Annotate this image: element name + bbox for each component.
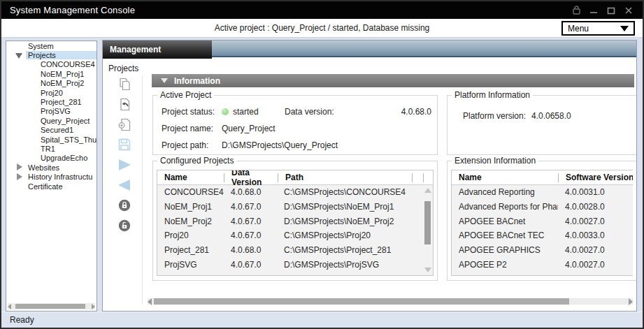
table-vertical-scrollbar[interactable] — [424, 187, 431, 274]
lock-project-button[interactable] — [115, 198, 134, 212]
scroll-left-icon[interactable] — [8, 304, 11, 309]
expander-collapsed-icon[interactable] — [15, 173, 23, 181]
table-row[interactable]: NoEM_Proj14.0.67.0D:\GMSProjects\NoEM_Pr… — [157, 200, 433, 214]
table-header: Name Data Version Path — [157, 170, 433, 185]
start-icon — [117, 159, 131, 171]
table-row[interactable]: CONCOURSE44.0.68.0C:\GMSProjects\CONCOUR… — [157, 185, 433, 200]
tree-item-project-281[interactable]: Project_281 — [6, 97, 96, 106]
platform-version-label: Platform version: — [463, 111, 531, 121]
platform-information-group: Platform Information Platform version: 4… — [447, 95, 636, 155]
active-project-group: Active Project Project status: started D… — [152, 95, 438, 155]
table-row[interactable]: Project_2814.0.68.0C:\GMSProjects\Projec… — [157, 243, 433, 258]
copy-project-button[interactable] — [115, 77, 134, 91]
tree-item-projects[interactable]: Projects — [6, 50, 96, 59]
expander-expanded-icon[interactable] — [15, 52, 23, 59]
content-horizontal-scrollbar[interactable] — [148, 298, 633, 305]
column-header-name[interactable]: Name — [157, 173, 224, 182]
tree-item-secured1[interactable]: Secured1 — [6, 126, 96, 135]
menu-button[interactable]: Menu — [561, 21, 635, 36]
column-header-path[interactable]: Path — [278, 173, 412, 182]
table-row[interactable]: Advanced Reporting4.0.0031.0 — [452, 185, 633, 200]
restore-icon — [118, 98, 131, 111]
active-project-banner: Active project : Query_Project / started… — [1, 19, 643, 38]
maximize-button[interactable] — [606, 6, 617, 15]
tree-item-websites[interactable]: Websites — [6, 163, 96, 172]
tree-item-system[interactable]: System — [6, 41, 96, 50]
unlock-project-button[interactable] — [115, 219, 134, 233]
configured-projects-table: Name Data Version Path CONCOURSE44.0.68.… — [157, 170, 434, 276]
cell-path: D:\GMSProjects\NoEM_Proj1 — [277, 202, 433, 212]
tree-item-query-project[interactable]: Query_Project — [6, 116, 96, 125]
project-toolbar — [110, 77, 139, 233]
scroll-right-icon[interactable] — [629, 298, 633, 305]
cell-name: APOGEE P2 — [452, 260, 558, 270]
table-row[interactable]: APOGEE GRAPHICS4.0.0027.0 — [452, 243, 633, 258]
tree-item-noem-proj2[interactable]: NoEM_Proj2 — [6, 79, 96, 88]
tree-item-upgradeecho[interactable]: UpgradeEcho — [6, 154, 96, 163]
add-project-icon — [118, 118, 131, 131]
lock-icon — [118, 199, 131, 212]
column-header-name[interactable]: Name — [452, 173, 558, 182]
scroll-down-icon[interactable] — [424, 268, 431, 272]
project-path-value: D:\GMSProjects\Query_Project — [222, 140, 338, 150]
group-title: Platform Information — [452, 90, 533, 100]
add-project-button[interactable] — [115, 117, 134, 131]
cell-data-version: 4.0.67.0 — [224, 202, 277, 212]
cell-software-version: 4.0.0033.0 — [558, 231, 633, 240]
cell-name: APOGEE GRAPHICS — [452, 245, 558, 255]
table-row[interactable]: APOGEE BACnet4.0.0027.0 — [452, 214, 633, 228]
extension-information-group: Extension Information Name Software Vers… — [447, 161, 636, 281]
scroll-left-icon[interactable] — [148, 298, 152, 305]
copy-icon — [118, 78, 131, 91]
platform-version-value: 4.0.0658.0 — [531, 111, 571, 121]
scrollbar-thumb[interactable] — [424, 201, 431, 244]
data-version-label: Data version: — [285, 107, 389, 117]
column-header-software-version[interactable]: Software Version — [559, 173, 633, 182]
main-panel: Management Projects — [102, 40, 637, 312]
restore-project-button[interactable] — [115, 97, 134, 111]
cell-path: D:\GMSProjects\NoEM_Proj2 — [277, 217, 433, 226]
stop-project-button[interactable] — [115, 178, 134, 192]
scroll-up-icon[interactable] — [424, 188, 431, 193]
project-name-label: Project name: — [162, 124, 222, 133]
expander-collapsed-icon[interactable] — [15, 163, 23, 171]
cell-data-version: 4.0.68.0 — [224, 245, 277, 255]
tree-item-projsvg[interactable]: ProjSVG — [6, 107, 96, 116]
start-project-button[interactable] — [115, 158, 134, 172]
group-title: Configured Projects — [157, 156, 236, 166]
toolbar-separator — [142, 75, 143, 304]
menu-button-label: Menu — [568, 24, 589, 34]
tree-item-noem-proj1[interactable]: NoEM_Proj1 — [6, 69, 96, 78]
tree-item-concourse4[interactable]: CONCOURSE4 — [6, 60, 96, 69]
tree-horizontal-scrollbar[interactable] — [8, 303, 95, 309]
breadcrumb: Projects — [108, 64, 138, 73]
project-status-value: started — [233, 107, 259, 117]
window-title: System Management Console — [1, 5, 135, 15]
tree-item-proj20[interactable]: Proj20 — [6, 88, 96, 97]
table-row[interactable]: APOGEE P24.0.0027.0 — [452, 257, 633, 272]
tree-item-certificate[interactable]: Certificate — [6, 182, 96, 191]
project-status-label: Project status: — [162, 107, 222, 117]
minimize-button[interactable] — [588, 6, 599, 15]
cell-software-version: 4.0.0027.0 — [558, 217, 633, 226]
table-header: Name Software Version — [452, 170, 633, 185]
save-button[interactable] — [115, 138, 134, 152]
close-button[interactable] — [623, 6, 634, 15]
collapse-arrow-icon[interactable] — [161, 78, 168, 83]
tree-item-spital-sts-thur[interactable]: Spital_STS_Thur — [6, 135, 96, 144]
table-row[interactable]: ProjSVG4.0.67.0D:\GMSProjects\ProjSVG — [157, 257, 433, 272]
tree-item-history-infrastructure[interactable]: History Infrastructu — [6, 172, 96, 181]
cell-path: C:\GMSProjects\Proj20 — [277, 231, 433, 240]
table-row[interactable]: APOGEE BACnet TEC4.0.0033.0 — [452, 228, 633, 243]
cell-software-version: 4.0.0031.0 — [558, 187, 633, 197]
table-row[interactable]: Proj204.0.67.0C:\GMSProjects\Proj20 — [157, 228, 433, 243]
scrollbar-thumb[interactable] — [154, 298, 569, 305]
table-row[interactable]: Advanced Reports for Pharma4.0.0028.0 — [452, 200, 633, 214]
table-row[interactable]: NoEM_Proj24.0.67.0D:\GMSProjects\NoEM_Pr… — [157, 214, 433, 228]
tree-item-tr1[interactable]: TR1 — [6, 144, 96, 153]
information-section-header[interactable]: Information — [152, 74, 634, 87]
tab-management[interactable]: Management — [103, 41, 212, 59]
scroll-right-icon[interactable] — [92, 304, 95, 309]
status-bar: Ready — [1, 312, 643, 328]
scrollbar-thumb[interactable] — [15, 304, 85, 309]
